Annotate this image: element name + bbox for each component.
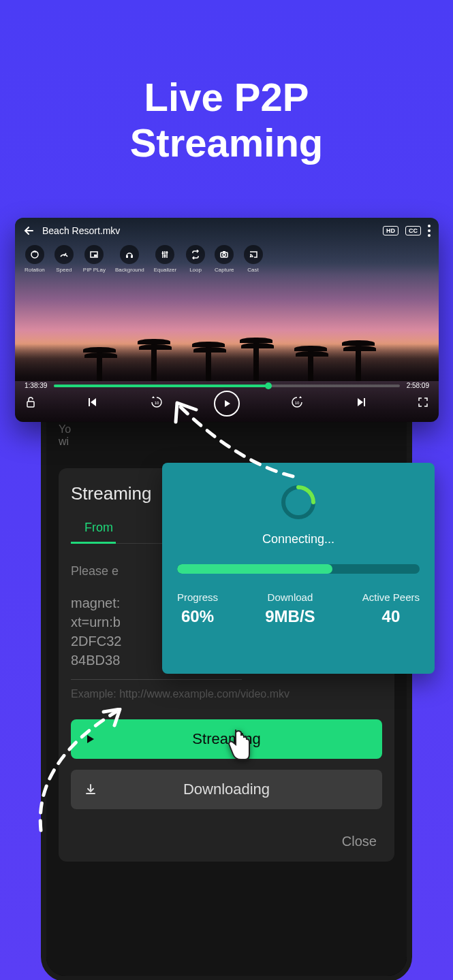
cc-badge[interactable]: CC (405, 226, 421, 235)
time-current: 1:38:39 (25, 382, 47, 389)
hd-badge[interactable]: HD (383, 226, 399, 235)
svg-point-10 (164, 255, 166, 257)
svg-rect-3 (94, 255, 97, 257)
stat-peers: Active Peers 40 (362, 591, 420, 626)
close-button[interactable]: Close (71, 834, 382, 849)
svg-rect-20 (364, 398, 365, 406)
stat-download: Download 9MB/S (265, 591, 315, 626)
tool-cast[interactable]: Cast (244, 245, 263, 273)
tool-capture[interactable]: Capture (215, 245, 234, 273)
tool-equalizer[interactable]: Equalizer (154, 245, 176, 273)
svg-point-0 (31, 251, 38, 258)
hero-title: Live P2P Streaming (0, 0, 453, 165)
connecting-status: Connecting... (177, 532, 420, 546)
tool-speed[interactable]: Speed (54, 245, 74, 273)
spinner-icon (278, 482, 319, 523)
svg-text:10: 10 (154, 401, 159, 405)
next-button[interactable] (355, 396, 367, 411)
stat-progress: Progress 60% (177, 591, 218, 626)
seek-bar[interactable] (54, 385, 399, 387)
background-subtext: Yo wi (59, 423, 394, 448)
svg-rect-16 (27, 402, 34, 407)
example-text: Example: http://www.example.com/video.mk… (71, 688, 382, 700)
time-total: 2:58:09 (407, 382, 429, 389)
svg-point-11 (166, 252, 168, 254)
downloading-button[interactable]: Downloading (71, 770, 382, 809)
connecting-card: Connecting... Progress 60% Download 9MB/… (162, 463, 435, 674)
video-filename: Beach Resort.mkv (42, 225, 120, 236)
progress-bar (177, 564, 420, 574)
forward-10-button[interactable]: 10 (290, 395, 304, 412)
tool-background[interactable]: Background (115, 245, 144, 273)
tab-from[interactable]: From (71, 521, 116, 544)
svg-point-13 (223, 254, 225, 257)
tool-pip[interactable]: PIP PLay (83, 245, 106, 273)
rewind-10-button[interactable]: 10 (149, 395, 164, 412)
svg-point-9 (162, 252, 164, 255)
svg-rect-5 (131, 255, 133, 258)
svg-rect-14 (223, 251, 225, 252)
back-button[interactable] (23, 225, 35, 237)
svg-point-15 (249, 257, 251, 258)
video-player: Beach Resort.mkv HD CC Rotation Speed PI… (15, 218, 439, 422)
svg-text:10: 10 (295, 401, 300, 405)
cursor-icon (223, 727, 253, 765)
play-button[interactable] (214, 391, 240, 416)
svg-rect-17 (89, 398, 90, 406)
lock-button[interactable] (25, 396, 37, 411)
prev-button[interactable] (87, 396, 99, 411)
fullscreen-button[interactable] (417, 396, 429, 411)
svg-rect-4 (126, 255, 128, 258)
more-menu-icon[interactable] (428, 225, 431, 237)
tool-loop[interactable]: Loop (186, 245, 205, 273)
tool-rotation[interactable]: Rotation (25, 245, 45, 273)
